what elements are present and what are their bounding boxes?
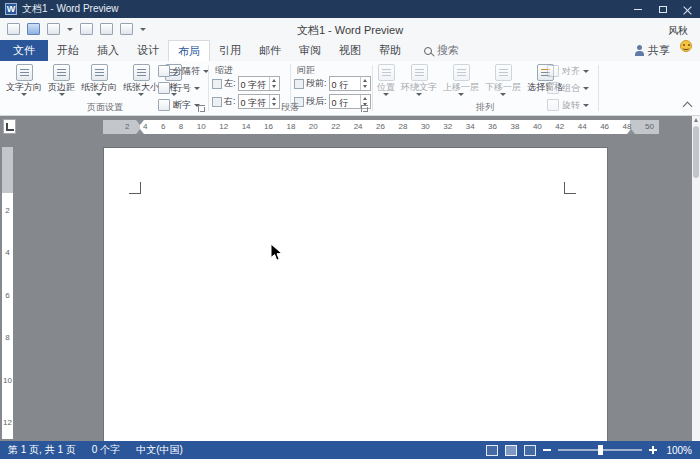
page-indicator[interactable]: 第 1 页, 共 1 页	[8, 443, 76, 457]
scrollbar-thumb[interactable]	[693, 126, 699, 178]
text-direction-icon	[16, 64, 33, 81]
maximize-button[interactable]	[650, 0, 675, 18]
print-icon[interactable]	[80, 23, 93, 35]
share-button[interactable]: 共享	[634, 40, 676, 61]
align-icon	[547, 65, 559, 77]
ribbon-tab-bar: 文件 开始 插入 设计 布局 引用 邮件 审阅 视图 帮助 搜索 共享	[0, 40, 700, 61]
collapse-ribbon-icon[interactable]	[683, 102, 693, 112]
first-line-indent-marker[interactable]	[136, 120, 144, 125]
search-icon	[424, 47, 432, 55]
group-label-paragraph: 段落	[209, 101, 371, 114]
line-numbers-icon	[158, 82, 170, 94]
new-document-icon[interactable]	[7, 23, 20, 35]
undo-icon[interactable]	[47, 23, 60, 35]
wrap-text-button[interactable]: 环绕文字	[399, 62, 439, 96]
vertical-ruler-numbers: 24681012	[2, 207, 13, 427]
send-backward-icon	[495, 64, 512, 81]
dropdown-icon	[96, 93, 102, 96]
tab-references[interactable]: 引用	[210, 40, 250, 61]
indent-left-input[interactable]: 0 字符	[238, 76, 280, 91]
word-logo-icon: W	[5, 3, 17, 15]
breaks-icon	[158, 65, 170, 77]
maximize-icon	[659, 6, 667, 13]
zoom-out-icon[interactable]	[543, 449, 551, 451]
tab-help[interactable]: 帮助	[370, 40, 410, 61]
dropdown-icon	[500, 93, 506, 96]
page-view-icon[interactable]	[100, 23, 113, 35]
stepper[interactable]	[269, 77, 279, 90]
close-button[interactable]	[675, 0, 700, 18]
close-icon	[683, 5, 692, 14]
breaks-button[interactable]: 分隔符	[158, 64, 209, 78]
tab-selector[interactable]	[3, 119, 16, 134]
save-icon[interactable]	[27, 23, 40, 35]
signed-in-user[interactable]: 风秋	[668, 24, 688, 38]
web-layout-icon[interactable]	[524, 445, 536, 456]
customize-toolbar-icon[interactable]	[140, 28, 146, 31]
position-button[interactable]: 位置	[375, 62, 397, 96]
margin-crop-mark-top-left	[129, 182, 141, 194]
group-label-page-setup: 页面设置	[2, 101, 208, 114]
margins-icon	[53, 64, 70, 81]
vertical-ruler[interactable]: 24681012	[2, 147, 13, 439]
quick-access-toolbar	[0, 18, 700, 40]
right-indent-marker[interactable]	[627, 129, 635, 134]
text-direction-button[interactable]: 文字方向	[4, 62, 44, 96]
line-numbers-button[interactable]: 行号	[158, 81, 209, 95]
search-box[interactable]: 搜索	[424, 40, 459, 61]
feedback-smiley-icon[interactable]	[680, 40, 692, 52]
window-controls	[625, 0, 700, 18]
margins-button[interactable]: 页边距	[46, 62, 77, 96]
zoom-level[interactable]: 100%	[664, 445, 692, 456]
align-button[interactable]: 对齐	[547, 64, 589, 78]
stepper[interactable]	[360, 77, 370, 90]
print-layout-icon[interactable]	[505, 445, 517, 456]
position-icon	[378, 64, 395, 81]
tab-file[interactable]: 文件	[0, 40, 48, 61]
group-arrange: 位置 环绕文字 上移一层 下移一层	[373, 61, 597, 115]
tab-home[interactable]: 开始	[48, 40, 88, 61]
paragraph-dialog-launcher-icon[interactable]	[361, 105, 368, 112]
dropdown-icon	[416, 93, 422, 96]
dropdown-icon	[583, 87, 589, 90]
document-page[interactable]	[103, 147, 608, 441]
hanging-indent-marker[interactable]	[136, 129, 144, 134]
orientation-button[interactable]: 纸张方向	[79, 62, 119, 96]
tab-layout[interactable]: 布局	[168, 40, 210, 62]
person-icon	[634, 45, 644, 56]
dropdown-icon	[583, 70, 589, 73]
scroll-up-icon[interactable]	[694, 118, 698, 122]
zoom-slider-thumb[interactable]	[598, 445, 603, 455]
tab-insert[interactable]: 插入	[88, 40, 128, 61]
language-indicator[interactable]: 中文(中国)	[136, 443, 183, 457]
tab-design[interactable]: 设计	[128, 40, 168, 61]
tab-mailings[interactable]: 邮件	[250, 40, 290, 61]
spacing-before-input[interactable]: 0 行	[329, 76, 371, 91]
multi-page-view-icon[interactable]	[120, 23, 133, 35]
group-paragraph: 缩进 间距 左: 0 字符 右: 0 字符 段	[209, 61, 371, 115]
top-margin-area	[2, 147, 13, 193]
spacing-before-icon	[294, 79, 304, 89]
zoom-in-icon[interactable]	[649, 446, 657, 454]
page-setup-dialog-launcher-icon[interactable]	[198, 105, 205, 112]
title-bar: W 文档1 - Word Preview	[0, 0, 700, 18]
search-label: 搜索	[437, 43, 459, 58]
group-objects-button[interactable]: 组合	[547, 81, 589, 95]
horizontal-ruler[interactable]: 2468101214161820222426283032343638404244…	[103, 120, 659, 134]
bring-forward-icon	[453, 64, 470, 81]
vertical-scrollbar[interactable]	[692, 116, 700, 441]
tab-review[interactable]: 审阅	[290, 40, 330, 61]
read-mode-icon[interactable]	[486, 445, 498, 456]
zoom-slider[interactable]	[558, 449, 642, 451]
send-backward-button[interactable]: 下移一层	[483, 62, 523, 96]
status-bar: 第 1 页, 共 1 页 0 个字 中文(中国) 100%	[0, 441, 700, 459]
group-page-setup: 文字方向 页边距 纸张方向 纸张大小	[2, 61, 208, 115]
word-count[interactable]: 0 个字	[92, 443, 120, 457]
undo-dropdown-icon[interactable]	[67, 28, 73, 31]
bring-forward-button[interactable]: 上移一层	[441, 62, 481, 96]
indent-left-icon	[212, 79, 222, 89]
paper-size-button[interactable]: 纸张大小	[121, 62, 161, 96]
orientation-icon	[91, 64, 108, 81]
minimize-button[interactable]	[625, 0, 650, 18]
tab-view[interactable]: 视图	[330, 40, 370, 61]
